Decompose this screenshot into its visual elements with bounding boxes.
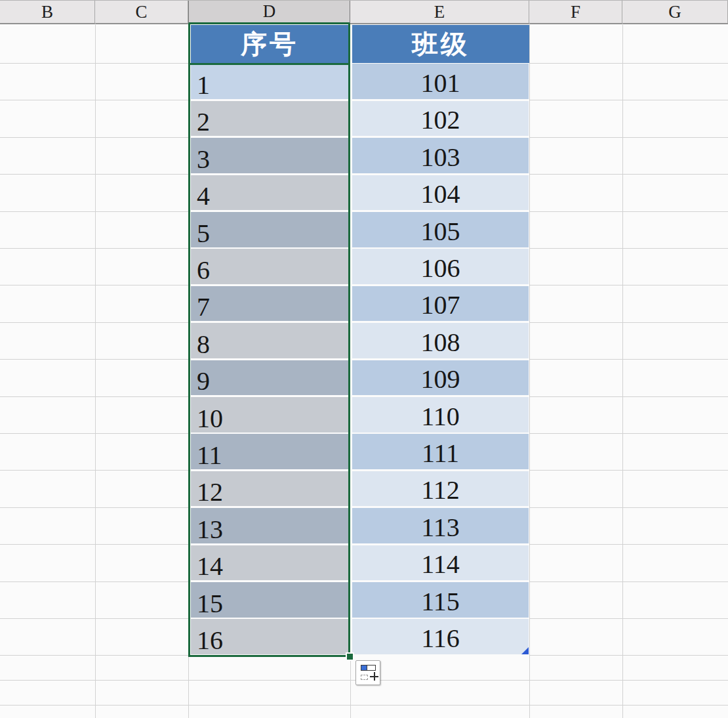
gridline-horizontal — [0, 100, 188, 100]
autofill-options-button[interactable] — [355, 660, 380, 685]
cell-E17[interactable]: 116 — [352, 619, 529, 654]
cell-D17[interactable]: 16 — [191, 619, 348, 654]
gridline-horizontal — [0, 507, 188, 508]
gridline-horizontal — [529, 174, 728, 175]
cell-D13[interactable]: 12 — [191, 471, 348, 507]
column-header-F[interactable]: F — [529, 1, 622, 24]
cell-E11[interactable]: 110 — [352, 397, 529, 433]
gridline-horizontal — [0, 433, 188, 434]
cell-D15[interactable]: 14 — [191, 545, 348, 581]
gridline-vertical — [622, 24, 623, 718]
gridline-horizontal — [0, 322, 188, 323]
gridline-horizontal — [529, 211, 728, 212]
gridline-horizontal — [0, 137, 188, 138]
gridline-horizontal — [529, 581, 728, 582]
cell-E2[interactable]: 101 — [352, 64, 529, 99]
cell-E15[interactable]: 114 — [352, 545, 529, 581]
gridline-horizontal — [529, 63, 728, 64]
gridline-horizontal — [529, 655, 728, 656]
cell-E10[interactable]: 109 — [352, 360, 529, 396]
autofill-icon-plus — [370, 672, 378, 681]
gridline-horizontal — [529, 618, 728, 619]
gridline-horizontal — [0, 705, 728, 706]
cell-D2[interactable]: 1 — [191, 64, 348, 99]
gridline-vertical — [529, 24, 530, 718]
gridline-horizontal — [529, 433, 728, 434]
spreadsheet-view: BCDEFG 序号 班级 12345678910111213141516 101… — [0, 0, 728, 718]
gridline-horizontal — [0, 174, 188, 175]
cell-D6[interactable]: 5 — [191, 212, 348, 247]
gridline-horizontal — [0, 248, 188, 249]
cell-D11[interactable]: 10 — [191, 397, 348, 433]
gridline-horizontal — [0, 618, 188, 619]
cell-E5[interactable]: 104 — [352, 175, 529, 211]
cell-D16[interactable]: 15 — [191, 582, 348, 618]
gridline-horizontal — [529, 248, 728, 249]
gridline-vertical — [350, 657, 351, 718]
cell-E3[interactable]: 102 — [352, 101, 529, 137]
gridline-horizontal — [0, 211, 188, 212]
gridline-horizontal — [529, 507, 728, 508]
column-header-D[interactable]: D — [188, 1, 350, 24]
table-header-label-e: 班级 — [412, 26, 470, 62]
cell-E9[interactable]: 108 — [352, 323, 529, 358]
gridline-horizontal — [0, 396, 188, 397]
cell-E6[interactable]: 105 — [352, 212, 529, 247]
gridline-horizontal — [529, 359, 728, 360]
table-header-cell-e1[interactable]: 班级 — [352, 25, 529, 63]
cell-D14[interactable]: 13 — [191, 508, 348, 543]
cell-E14[interactable]: 113 — [352, 508, 529, 543]
gridline-horizontal — [529, 544, 728, 545]
cell-E4[interactable]: 103 — [352, 138, 529, 173]
column-header-G[interactable]: G — [622, 1, 728, 24]
fill-handle[interactable] — [346, 652, 354, 661]
gridline-horizontal — [529, 322, 728, 323]
cell-D5[interactable]: 4 — [191, 175, 348, 211]
cell-E16[interactable]: 115 — [352, 582, 529, 618]
cell-E7[interactable]: 106 — [352, 249, 529, 284]
cell-D4[interactable]: 3 — [191, 138, 348, 173]
autofill-icon-empty-cell — [367, 665, 376, 671]
cell-D12[interactable]: 11 — [191, 434, 348, 469]
column-header-E[interactable]: E — [350, 1, 529, 24]
gridline-horizontal — [0, 285, 188, 285]
gridline-horizontal — [0, 359, 188, 360]
gridline-horizontal — [0, 63, 188, 64]
gridline-horizontal — [529, 137, 728, 138]
gridline-horizontal — [0, 544, 188, 545]
gridline-horizontal — [0, 581, 188, 582]
cell-D9[interactable]: 8 — [191, 323, 348, 358]
table-header-label-d: 序号 — [241, 26, 298, 62]
gridline-horizontal — [0, 470, 188, 471]
gridline-horizontal — [529, 396, 728, 397]
cell-E13[interactable]: 112 — [352, 471, 529, 507]
gridline-horizontal — [529, 100, 728, 100]
cell-D3[interactable]: 2 — [191, 101, 348, 137]
table-header-cell-d1[interactable]: 序号 — [191, 25, 348, 63]
cell-D8[interactable]: 7 — [191, 286, 348, 322]
gridline-horizontal — [529, 470, 728, 471]
column-header-B[interactable]: B — [0, 1, 95, 24]
gridline-horizontal — [529, 285, 728, 285]
column-header-C[interactable]: C — [95, 1, 188, 24]
gridline-horizontal — [0, 655, 188, 656]
gridline-vertical — [95, 24, 96, 718]
cell-D7[interactable]: 6 — [191, 249, 348, 284]
cell-E12[interactable]: 111 — [352, 434, 529, 469]
autofill-icon-dashed-cell — [361, 675, 368, 680]
cell-E8[interactable]: 107 — [352, 286, 529, 322]
gridline-vertical — [188, 657, 189, 718]
cell-D10[interactable]: 9 — [191, 360, 348, 396]
column-header-row: BCDEFG — [0, 0, 728, 24]
